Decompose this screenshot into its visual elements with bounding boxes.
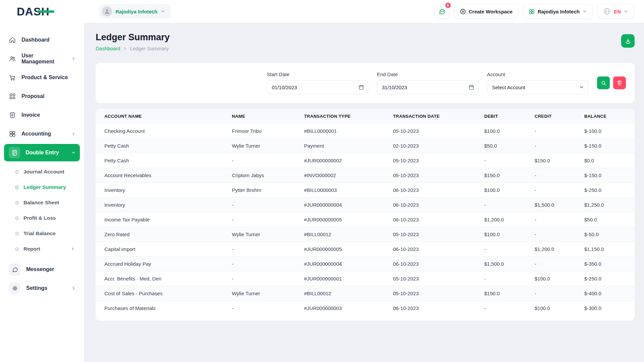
table-cell: - xyxy=(227,301,299,316)
account-select-value: Select Account xyxy=(492,85,525,90)
table-cell: Criptom Jabys xyxy=(227,168,299,183)
account-field: Account Select Account xyxy=(487,71,588,94)
workspace-name: Rajodiya Infotech xyxy=(115,9,157,14)
table-cell: $50.0 xyxy=(579,212,635,227)
end-date-input[interactable] xyxy=(377,80,478,94)
table-cell: Purchases of Materials xyxy=(96,301,227,316)
search-button[interactable] xyxy=(597,76,610,89)
sidebar-subitem-label: Journal Account xyxy=(23,169,64,175)
gear-icon xyxy=(9,282,21,294)
create-workspace-button[interactable]: Create Workspace xyxy=(454,4,518,19)
table-cell: #BILL00012 xyxy=(299,286,388,301)
sidebar-subitem-label: Trial Balance xyxy=(23,230,56,237)
table-cell: - xyxy=(479,271,529,286)
table-row: Accrued Holiday Pay-#JUR00000000406-10-2… xyxy=(96,257,635,271)
workspace-grid-icon xyxy=(529,8,535,15)
breadcrumb-dashboard-link[interactable]: Dashboard xyxy=(96,46,120,51)
reset-filter-button[interactable] xyxy=(613,76,626,89)
account-select[interactable]: Select Account xyxy=(487,80,588,94)
topbar: DASH Rajodiya Infotech 0 Create Works xyxy=(0,0,644,23)
chevron-down-icon xyxy=(624,9,628,14)
table-cell: #JUR000000003 xyxy=(299,301,388,316)
breadcrumb-current: Ledger Summary xyxy=(130,46,168,51)
download-icon xyxy=(625,38,631,44)
chevron-right-icon xyxy=(71,286,76,291)
sidebar-item-settings[interactable]: Settings xyxy=(4,279,80,297)
workspace-selector[interactable]: Rajodiya Infotech xyxy=(99,4,171,19)
category-icon xyxy=(9,93,16,100)
sidebar-item-proposal[interactable]: Proposal xyxy=(4,88,80,105)
sidebar-item-label: Accounting xyxy=(21,131,51,137)
sidebar-item-dashboard[interactable]: Dashboard xyxy=(4,31,80,49)
sidebar-item-accounting[interactable]: Accounting xyxy=(4,125,80,143)
table-cell: - xyxy=(529,212,579,227)
sidebar-subitem-label: Profit & Loss xyxy=(23,215,56,221)
header-row: ACCOUNT NAMENAMETRANSACTION TYPETRANSACT… xyxy=(96,109,635,124)
sidebar-item-label: Proposal xyxy=(21,93,44,99)
table-cell: 05-10-2023 xyxy=(388,227,479,242)
table-cell: 06-10-2023 xyxy=(388,198,479,212)
table-cell: - xyxy=(227,153,299,168)
column-header: NAME xyxy=(227,109,299,124)
page-header: Ledger Summary Dashboard Ledger Summary xyxy=(96,32,635,51)
plus-circle-icon xyxy=(460,8,466,15)
download-button[interactable] xyxy=(621,34,635,48)
users-icon xyxy=(9,55,16,62)
topbar-right: 0 Create Workspace Rajodiya Infotech EN xyxy=(435,4,644,19)
table-row: Inventory-#JUR00000000406-10-2023-$1,500… xyxy=(96,198,635,212)
table-cell: Payment xyxy=(299,139,388,153)
table-cell: Accr. Benefits - Med, Den xyxy=(96,271,227,286)
bullet-circle-icon xyxy=(15,247,19,251)
start-date-field: Start Date xyxy=(267,71,368,94)
table-cell: 06-10-2023 xyxy=(388,301,479,316)
dash-logo[interactable]: DASH xyxy=(17,6,50,17)
table-row: InventoryPytter Brohm#BILL000000306-10-2… xyxy=(96,183,635,198)
messenger-button[interactable]: 0 xyxy=(435,4,449,19)
language-selector[interactable]: EN xyxy=(597,4,634,19)
sidebar-item-label: Double Entry xyxy=(26,150,59,156)
table-cell: - xyxy=(479,242,529,257)
ledger-book-icon xyxy=(9,147,20,158)
sidebar-subitem-ledger-summary[interactable]: Ledger Summary xyxy=(4,179,80,195)
table-cell: #JUR000000002 xyxy=(299,153,388,168)
table-cell: #JUR000000004 xyxy=(299,198,388,212)
bullet-circle-icon xyxy=(15,216,19,220)
start-date-input[interactable] xyxy=(267,80,368,94)
filter-card: Start Date End Date Account Select A xyxy=(96,63,635,103)
sidebar-subitem-trial-balance[interactable]: Trial Balance xyxy=(4,226,80,241)
sidebar-subitem-label: Ledger Summary xyxy=(23,184,66,190)
search-icon xyxy=(601,80,606,86)
page-title: Ledger Summary xyxy=(96,32,170,43)
sidebar-item-label: Settings xyxy=(26,285,47,291)
ledger-table: ACCOUNT NAMENAMETRANSACTION TYPETRANSACT… xyxy=(96,109,635,315)
table-cell: $-400.0 xyxy=(579,286,635,301)
chevron-down-icon xyxy=(161,9,165,14)
ledger-table-body: Checking AccountFrimsor Tribu#BILL000000… xyxy=(96,124,635,315)
sidebar-subitem-report[interactable]: Report xyxy=(4,241,80,257)
sidebar-item-invoice[interactable]: Invoice xyxy=(4,106,80,124)
sidebar-subitem-journal-account[interactable]: Journal Account xyxy=(4,164,80,179)
table-cell: Petty Cash xyxy=(96,139,227,153)
home-icon xyxy=(9,36,16,44)
table-cell: Frimsor Tribu xyxy=(227,124,299,139)
sidebar-item-user-management[interactable]: User Management xyxy=(4,50,80,67)
company-menu-button[interactable]: Rajodiya Infotech xyxy=(523,4,593,19)
sidebar-item-label: Invoice xyxy=(21,112,40,118)
table-cell: Account Receivables xyxy=(96,168,227,183)
workspace-avatar xyxy=(102,6,112,16)
sidebar-item-messenger[interactable]: Messenger xyxy=(4,261,80,278)
table-cell: - xyxy=(479,198,529,212)
sidebar-item-label: Dashboard xyxy=(21,37,50,43)
sidebar-item-double-entry[interactable]: Double Entry xyxy=(4,144,80,161)
table-cell: $1,500.0 xyxy=(479,257,529,271)
table-cell: - xyxy=(529,168,579,183)
filter-actions xyxy=(597,76,626,89)
sidebar-item-product-service[interactable]: Product & Service xyxy=(4,69,80,86)
sidebar-subitem-profit-loss[interactable]: Profit & Loss xyxy=(4,210,80,226)
sidebar-subitem-balance-sheet[interactable]: Balance Sheet xyxy=(4,195,80,210)
table-cell: - xyxy=(227,242,299,257)
bullet-circle-icon xyxy=(15,231,19,236)
column-header: TRANSACTION DATE xyxy=(388,109,479,124)
sidebar-bottom-group: Messenger Settings xyxy=(4,261,80,297)
table-cell: #INVO000002 xyxy=(299,168,388,183)
